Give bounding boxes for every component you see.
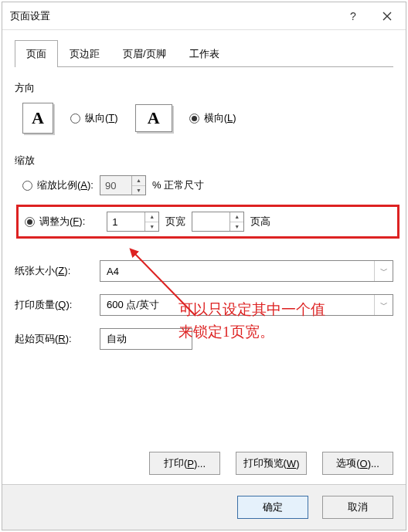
spinner-buttons: ▲▼ — [131, 176, 145, 195]
scale-group: 缩放比例(A): ▲▼ % 正常尺寸 调整为(F): — [15, 175, 393, 239]
orientation-group: A 纵向(T) A 横向(L) — [15, 103, 393, 134]
scale-ratio-suffix: % 正常尺寸 — [152, 178, 204, 192]
print-quality-select[interactable]: 600 点/英寸 ﹀ — [100, 294, 393, 316]
titlebar: 页面设置 ? — [2, 2, 406, 30]
landscape-radio-label: 横向(L) — [204, 111, 236, 125]
tab-page[interactable]: 页面 — [15, 40, 58, 67]
print-quality-label: 打印质量(Q): — [15, 298, 92, 312]
options-button[interactable]: 选项(O)... — [322, 452, 393, 475]
spinner-buttons[interactable]: ▲▼ — [144, 212, 158, 231]
chevron-down-icon: ﹀ — [374, 261, 393, 281]
scale-ratio-spinner: ▲▼ — [100, 175, 146, 195]
page-setup-dialog: 页面设置 ? 页面 页边距 页眉/页脚 工作表 方向 A 纵向(T) A 横向(… — [2, 2, 406, 530]
radio-icon — [70, 114, 80, 124]
scale-label: 缩放 — [15, 154, 393, 168]
landscape-radio[interactable]: 横向(L) — [189, 111, 236, 125]
landscape-icon: A — [135, 104, 172, 132]
help-button[interactable]: ? — [336, 5, 370, 28]
fit-height-input[interactable] — [192, 212, 230, 231]
portrait-icon: A — [22, 103, 53, 134]
print-quality-value: 600 点/英寸 — [107, 298, 159, 312]
tab-margin[interactable]: 页边距 — [58, 40, 111, 67]
orientation-label: 方向 — [15, 81, 393, 95]
radio-icon — [22, 181, 32, 191]
paper-size-value: A4 — [107, 266, 119, 277]
fit-to-radio[interactable]: 调整为(F): — [25, 215, 85, 229]
scale-ratio-label: 缩放比例(A): — [37, 178, 94, 192]
portrait-radio[interactable]: 纵向(T) — [70, 111, 118, 125]
action-buttons: 打印(P)... 打印预览(W) 选项(O)... — [2, 452, 406, 484]
start-page-input[interactable]: 自动 — [100, 328, 192, 350]
print-preview-button[interactable]: 打印预览(W) — [236, 452, 307, 475]
scale-ratio-input — [100, 176, 131, 195]
fit-width-suffix: 页宽 — [165, 215, 185, 229]
scale-ratio-radio[interactable]: 缩放比例(A): — [22, 178, 94, 192]
portrait-radio-label: 纵向(T) — [85, 111, 118, 125]
start-page-label: 起始页码(R): — [15, 332, 92, 346]
radio-icon — [25, 217, 35, 227]
tab-sheet[interactable]: 工作表 — [178, 40, 231, 67]
tabs: 页面 页边距 页眉/页脚 工作表 — [15, 39, 393, 67]
paper-size-select[interactable]: A4 ﹀ — [100, 260, 393, 282]
print-button[interactable]: 打印(P)... — [149, 452, 220, 475]
chevron-down-icon: ﹀ — [374, 295, 393, 315]
fit-to-label: 调整为(F): — [39, 215, 85, 229]
highlight-box: 调整为(F): ▲▼ 页宽 ▲▼ 页高 — [16, 205, 400, 239]
cancel-button[interactable]: 取消 — [322, 496, 393, 519]
spinner-buttons[interactable]: ▲▼ — [230, 212, 243, 231]
fit-height-suffix: 页高 — [250, 215, 270, 229]
fit-width-input[interactable] — [107, 212, 144, 231]
footer-bar: 确定 取消 — [2, 484, 406, 530]
close-button[interactable] — [370, 5, 404, 28]
dialog-body: 页面 页边距 页眉/页脚 工作表 方向 A 纵向(T) A 横向(L) 缩放 缩… — [2, 30, 406, 452]
paper-size-label: 纸张大小(Z): — [15, 264, 92, 278]
close-icon — [382, 12, 392, 21]
dialog-title: 页面设置 — [10, 9, 336, 23]
ok-button[interactable]: 确定 — [237, 496, 308, 519]
tab-header-footer[interactable]: 页眉/页脚 — [111, 40, 178, 67]
start-page-value: 自动 — [107, 332, 127, 346]
fit-height-spinner[interactable]: ▲▼ — [192, 212, 244, 232]
fit-width-spinner[interactable]: ▲▼ — [107, 212, 159, 232]
radio-icon — [189, 114, 199, 124]
